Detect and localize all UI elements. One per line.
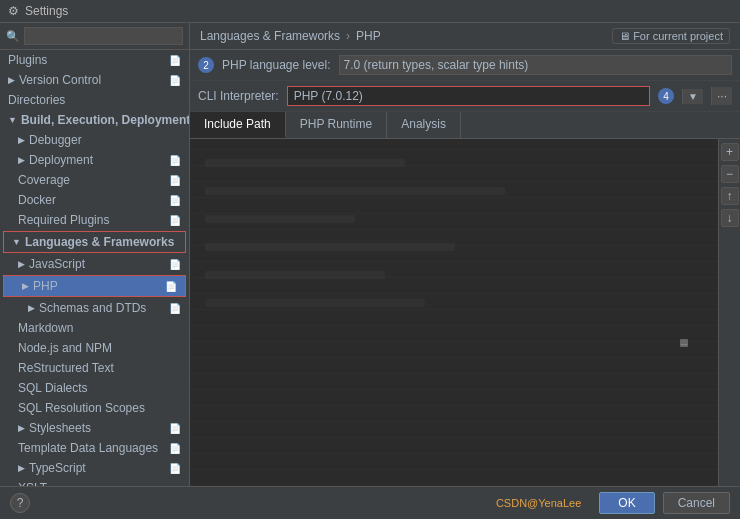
markdown-label: Markdown xyxy=(18,321,73,335)
php-runtime-label: PHP Runtime xyxy=(300,117,372,131)
sidebar-item-deployment[interactable]: ▶ Deployment 📄 xyxy=(0,150,189,170)
php-lang-label: PHP language level: xyxy=(222,58,331,72)
coverage-label: Coverage xyxy=(18,173,70,187)
sidebar-item-coverage[interactable]: Coverage 📄 xyxy=(0,170,189,190)
for-current-project-label: For current project xyxy=(633,30,723,42)
tdl-label: Template Data Languages xyxy=(18,441,158,455)
tab-include-path[interactable]: Include Path xyxy=(190,112,286,138)
tabs-row: Include Path PHP Runtime Analysis xyxy=(190,112,740,139)
php-lang-select[interactable]: 7.0 (return types, scalar type hints) 5.… xyxy=(339,55,732,75)
breadcrumb-sep: › xyxy=(346,29,350,43)
cli-input[interactable] xyxy=(288,87,649,105)
right-panel: Languages & Frameworks › PHP 🖥 For curre… xyxy=(190,23,740,486)
search-icon: 🔍 xyxy=(6,30,20,43)
arrow-icon: ▶ xyxy=(18,423,25,433)
arrow-icon: ▶ xyxy=(8,75,15,85)
breadcrumb-part1: Languages & Frameworks xyxy=(200,29,340,43)
ts-label: TypeScript xyxy=(29,461,86,475)
sidebar-item-sql-dialects[interactable]: SQL Dialects xyxy=(0,378,189,398)
breadcrumb-part2: PHP xyxy=(356,29,381,43)
for-icon: 🖥 xyxy=(619,30,633,42)
js-label: JavaScript xyxy=(29,257,85,271)
page-icon: 📄 xyxy=(169,463,181,474)
blurred-content: -- xyxy=(190,139,718,486)
move-up-button[interactable]: ↑ xyxy=(721,187,739,205)
page-icon: 📄 xyxy=(169,259,181,270)
sidebar-item-stylesheets[interactable]: ▶ Stylesheets 📄 xyxy=(0,418,189,438)
dir-label: Directories xyxy=(8,93,65,107)
sidebar-item-typescript[interactable]: ▶ TypeScript 📄 xyxy=(0,458,189,478)
sidebar-item-xslt[interactable]: XSLT xyxy=(0,478,189,486)
page-icon: 📄 xyxy=(169,303,181,314)
cli-label: CLI Interpreter: xyxy=(198,89,279,103)
sidebar-item-markdown[interactable]: Markdown xyxy=(0,318,189,338)
php-box: ▶ PHP 📄 xyxy=(3,275,186,297)
arrow-icon: ▶ xyxy=(18,259,25,269)
php-label: PHP xyxy=(33,279,58,293)
sidebar-item-schemas-dtds[interactable]: ▶ Schemas and DTDs 📄 xyxy=(0,298,189,318)
settings-icon: ⚙ xyxy=(8,4,19,18)
current-project-tag: 🖥 For current project xyxy=(612,28,730,44)
page-icon: 📄 xyxy=(169,423,181,434)
main-area: -- xyxy=(190,139,718,486)
page-icon: 📄 xyxy=(169,155,181,166)
schemas-label: Schemas and DTDs xyxy=(39,301,146,315)
ok-button[interactable]: OK xyxy=(599,492,654,514)
panel-header: Languages & Frameworks › PHP 🖥 For curre… xyxy=(190,23,740,50)
sidebar-item-nodejs-npm[interactable]: Node.js and NPM xyxy=(0,338,189,358)
sidebar-item-php[interactable]: ▶ PHP 📄 xyxy=(4,276,185,296)
sql-dialects-label: SQL Dialects xyxy=(18,381,88,395)
debugger-label: Debugger xyxy=(29,133,82,147)
sidebar-item-docker[interactable]: Docker 📄 xyxy=(0,190,189,210)
tab-analysis[interactable]: Analysis xyxy=(387,112,461,138)
rst-label: ReStructured Text xyxy=(18,361,114,375)
add-button[interactable]: + xyxy=(721,143,739,161)
title-bar: ⚙ Settings xyxy=(0,0,740,23)
sidebar-item-plugins[interactable]: Plugins 📄 xyxy=(0,50,189,70)
sidebar-item-build-exec-deploy[interactable]: ▼ Build, Execution, Deployment xyxy=(0,110,189,130)
sidebar-item-debugger[interactable]: ▶ Debugger xyxy=(0,130,189,150)
content-area: -- + − ↑ ↓ xyxy=(190,139,740,486)
arrow-icon: ▶ xyxy=(22,281,29,291)
title-label: Settings xyxy=(25,4,68,18)
sidebar-item-required-plugins[interactable]: Required Plugins 📄 xyxy=(0,210,189,230)
cancel-button[interactable]: Cancel xyxy=(663,492,730,514)
arrow-icon: ▶ xyxy=(28,303,35,313)
sidebar-item-directories[interactable]: Directories xyxy=(0,90,189,110)
side-toolbar: + − ↑ ↓ xyxy=(718,139,740,486)
tab-php-runtime[interactable]: PHP Runtime xyxy=(286,112,387,138)
csdn-label: CSDN@YenaLee xyxy=(496,497,581,509)
php-lang-level-row: 2 PHP language level: 7.0 (return types,… xyxy=(190,50,740,81)
search-bar: 🔍 xyxy=(0,23,189,50)
page-icon: 📄 xyxy=(169,175,181,186)
sidebar-item-sql-resolution-scopes[interactable]: SQL Resolution Scopes xyxy=(0,398,189,418)
arrow-icon: ▼ xyxy=(12,237,21,247)
lf-label: Languages & Frameworks xyxy=(25,235,174,249)
sidebar-item-restructured-text[interactable]: ReStructured Text xyxy=(0,358,189,378)
sidebar-item-version-control[interactable]: ▶ Version Control 📄 xyxy=(0,70,189,90)
move-down-button[interactable]: ↓ xyxy=(721,209,739,227)
nodejs-label: Node.js and NPM xyxy=(18,341,112,355)
help-button[interactable]: ? xyxy=(10,493,30,513)
cli-more-button[interactable]: ··· xyxy=(711,87,732,105)
remove-button[interactable]: − xyxy=(721,165,739,183)
arrow-icon: ▶ xyxy=(18,135,25,145)
search-input[interactable] xyxy=(24,27,183,45)
sidebar-item-javascript[interactable]: ▶ JavaScript 📄 xyxy=(0,254,189,274)
sidebar-item-languages-frameworks[interactable]: ▼ Languages & Frameworks xyxy=(4,232,185,252)
include-path-label: Include Path xyxy=(204,117,271,131)
page-icon: 📄 xyxy=(169,55,181,66)
page-icon: 📄 xyxy=(169,75,181,86)
bottom-bar: ? CSDN@YenaLee OK Cancel xyxy=(0,486,740,519)
sidebar-item-template-data-languages[interactable]: Template Data Languages 📄 xyxy=(0,438,189,458)
docker-label: Docker xyxy=(18,193,56,207)
bed-label: Build, Execution, Deployment xyxy=(21,113,190,127)
sql-res-label: SQL Resolution Scopes xyxy=(18,401,145,415)
stylesheets-label: Stylesheets xyxy=(29,421,91,435)
cli-input-container xyxy=(287,86,650,106)
cli-dropdown-button[interactable]: ▼ xyxy=(682,89,703,104)
page-icon: 📄 xyxy=(169,443,181,454)
page-icon: 📄 xyxy=(169,215,181,226)
page-icon: 📄 xyxy=(169,195,181,206)
analysis-label: Analysis xyxy=(401,117,446,131)
